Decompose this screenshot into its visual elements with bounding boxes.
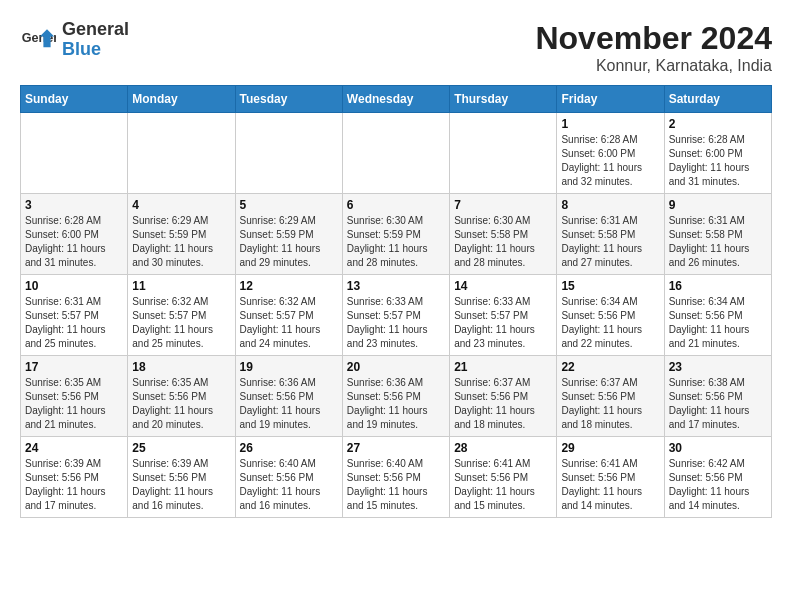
calendar-cell [21,113,128,194]
calendar-cell: 18Sunrise: 6:35 AM Sunset: 5:56 PM Dayli… [128,356,235,437]
calendar-cell: 23Sunrise: 6:38 AM Sunset: 5:56 PM Dayli… [664,356,771,437]
calendar-cell: 10Sunrise: 6:31 AM Sunset: 5:57 PM Dayli… [21,275,128,356]
calendar-cell: 6Sunrise: 6:30 AM Sunset: 5:59 PM Daylig… [342,194,449,275]
day-number: 30 [669,441,767,455]
calendar-cell: 29Sunrise: 6:41 AM Sunset: 5:56 PM Dayli… [557,437,664,518]
weekday-header: Saturday [664,86,771,113]
day-info: Sunrise: 6:41 AM Sunset: 5:56 PM Dayligh… [454,457,552,513]
calendar-cell: 13Sunrise: 6:33 AM Sunset: 5:57 PM Dayli… [342,275,449,356]
day-info: Sunrise: 6:33 AM Sunset: 5:57 PM Dayligh… [347,295,445,351]
calendar-cell: 27Sunrise: 6:40 AM Sunset: 5:56 PM Dayli… [342,437,449,518]
day-info: Sunrise: 6:28 AM Sunset: 6:00 PM Dayligh… [25,214,123,270]
calendar-cell: 22Sunrise: 6:37 AM Sunset: 5:56 PM Dayli… [557,356,664,437]
day-number: 5 [240,198,338,212]
day-number: 18 [132,360,230,374]
calendar-cell [342,113,449,194]
logo: General General Blue [20,20,129,60]
day-info: Sunrise: 6:38 AM Sunset: 5:56 PM Dayligh… [669,376,767,432]
day-number: 13 [347,279,445,293]
day-info: Sunrise: 6:31 AM Sunset: 5:58 PM Dayligh… [561,214,659,270]
calendar-header: SundayMondayTuesdayWednesdayThursdayFrid… [21,86,772,113]
day-number: 6 [347,198,445,212]
calendar-cell: 15Sunrise: 6:34 AM Sunset: 5:56 PM Dayli… [557,275,664,356]
calendar-cell: 5Sunrise: 6:29 AM Sunset: 5:59 PM Daylig… [235,194,342,275]
day-info: Sunrise: 6:28 AM Sunset: 6:00 PM Dayligh… [561,133,659,189]
day-number: 1 [561,117,659,131]
day-number: 21 [454,360,552,374]
calendar-cell: 8Sunrise: 6:31 AM Sunset: 5:58 PM Daylig… [557,194,664,275]
page-header: General General Blue November 2024 Konnu… [20,20,772,75]
weekday-header: Tuesday [235,86,342,113]
calendar-cell: 16Sunrise: 6:34 AM Sunset: 5:56 PM Dayli… [664,275,771,356]
day-info: Sunrise: 6:31 AM Sunset: 5:57 PM Dayligh… [25,295,123,351]
day-info: Sunrise: 6:32 AM Sunset: 5:57 PM Dayligh… [240,295,338,351]
day-info: Sunrise: 6:30 AM Sunset: 5:59 PM Dayligh… [347,214,445,270]
day-number: 26 [240,441,338,455]
logo-icon: General [20,22,56,58]
day-number: 15 [561,279,659,293]
day-number: 8 [561,198,659,212]
calendar-cell: 19Sunrise: 6:36 AM Sunset: 5:56 PM Dayli… [235,356,342,437]
day-number: 28 [454,441,552,455]
svg-text:General: General [22,31,56,45]
calendar-cell: 20Sunrise: 6:36 AM Sunset: 5:56 PM Dayli… [342,356,449,437]
day-number: 14 [454,279,552,293]
day-info: Sunrise: 6:40 AM Sunset: 5:56 PM Dayligh… [240,457,338,513]
page-title: November 2024 [535,20,772,57]
calendar-cell: 25Sunrise: 6:39 AM Sunset: 5:56 PM Dayli… [128,437,235,518]
day-info: Sunrise: 6:39 AM Sunset: 5:56 PM Dayligh… [25,457,123,513]
weekday-header: Thursday [450,86,557,113]
day-info: Sunrise: 6:28 AM Sunset: 6:00 PM Dayligh… [669,133,767,189]
day-number: 9 [669,198,767,212]
day-number: 29 [561,441,659,455]
calendar-cell: 26Sunrise: 6:40 AM Sunset: 5:56 PM Dayli… [235,437,342,518]
calendar-body: 1Sunrise: 6:28 AM Sunset: 6:00 PM Daylig… [21,113,772,518]
weekday-header: Wednesday [342,86,449,113]
calendar-cell: 21Sunrise: 6:37 AM Sunset: 5:56 PM Dayli… [450,356,557,437]
calendar-cell: 1Sunrise: 6:28 AM Sunset: 6:00 PM Daylig… [557,113,664,194]
calendar-cell: 24Sunrise: 6:39 AM Sunset: 5:56 PM Dayli… [21,437,128,518]
day-info: Sunrise: 6:35 AM Sunset: 5:56 PM Dayligh… [132,376,230,432]
calendar-cell [128,113,235,194]
calendar-table: SundayMondayTuesdayWednesdayThursdayFrid… [20,85,772,518]
day-info: Sunrise: 6:37 AM Sunset: 5:56 PM Dayligh… [561,376,659,432]
calendar-cell: 17Sunrise: 6:35 AM Sunset: 5:56 PM Dayli… [21,356,128,437]
calendar-cell [450,113,557,194]
day-number: 7 [454,198,552,212]
calendar-cell: 9Sunrise: 6:31 AM Sunset: 5:58 PM Daylig… [664,194,771,275]
day-number: 4 [132,198,230,212]
calendar-week-row: 17Sunrise: 6:35 AM Sunset: 5:56 PM Dayli… [21,356,772,437]
day-number: 23 [669,360,767,374]
calendar-week-row: 1Sunrise: 6:28 AM Sunset: 6:00 PM Daylig… [21,113,772,194]
day-info: Sunrise: 6:40 AM Sunset: 5:56 PM Dayligh… [347,457,445,513]
title-block: November 2024 Konnur, Karnataka, India [535,20,772,75]
day-number: 22 [561,360,659,374]
calendar-cell: 11Sunrise: 6:32 AM Sunset: 5:57 PM Dayli… [128,275,235,356]
day-info: Sunrise: 6:41 AM Sunset: 5:56 PM Dayligh… [561,457,659,513]
weekday-header: Sunday [21,86,128,113]
day-info: Sunrise: 6:39 AM Sunset: 5:56 PM Dayligh… [132,457,230,513]
day-info: Sunrise: 6:34 AM Sunset: 5:56 PM Dayligh… [561,295,659,351]
calendar-cell [235,113,342,194]
day-info: Sunrise: 6:34 AM Sunset: 5:56 PM Dayligh… [669,295,767,351]
calendar-cell: 14Sunrise: 6:33 AM Sunset: 5:57 PM Dayli… [450,275,557,356]
day-number: 10 [25,279,123,293]
day-number: 16 [669,279,767,293]
day-info: Sunrise: 6:29 AM Sunset: 5:59 PM Dayligh… [240,214,338,270]
calendar-week-row: 3Sunrise: 6:28 AM Sunset: 6:00 PM Daylig… [21,194,772,275]
day-number: 19 [240,360,338,374]
day-info: Sunrise: 6:31 AM Sunset: 5:58 PM Dayligh… [669,214,767,270]
day-info: Sunrise: 6:29 AM Sunset: 5:59 PM Dayligh… [132,214,230,270]
calendar-cell: 3Sunrise: 6:28 AM Sunset: 6:00 PM Daylig… [21,194,128,275]
weekday-row: SundayMondayTuesdayWednesdayThursdayFrid… [21,86,772,113]
day-info: Sunrise: 6:33 AM Sunset: 5:57 PM Dayligh… [454,295,552,351]
day-info: Sunrise: 6:36 AM Sunset: 5:56 PM Dayligh… [347,376,445,432]
weekday-header: Friday [557,86,664,113]
day-number: 20 [347,360,445,374]
day-number: 25 [132,441,230,455]
calendar-cell: 4Sunrise: 6:29 AM Sunset: 5:59 PM Daylig… [128,194,235,275]
logo-text: General Blue [62,20,129,60]
day-number: 3 [25,198,123,212]
calendar-cell: 7Sunrise: 6:30 AM Sunset: 5:58 PM Daylig… [450,194,557,275]
day-number: 11 [132,279,230,293]
